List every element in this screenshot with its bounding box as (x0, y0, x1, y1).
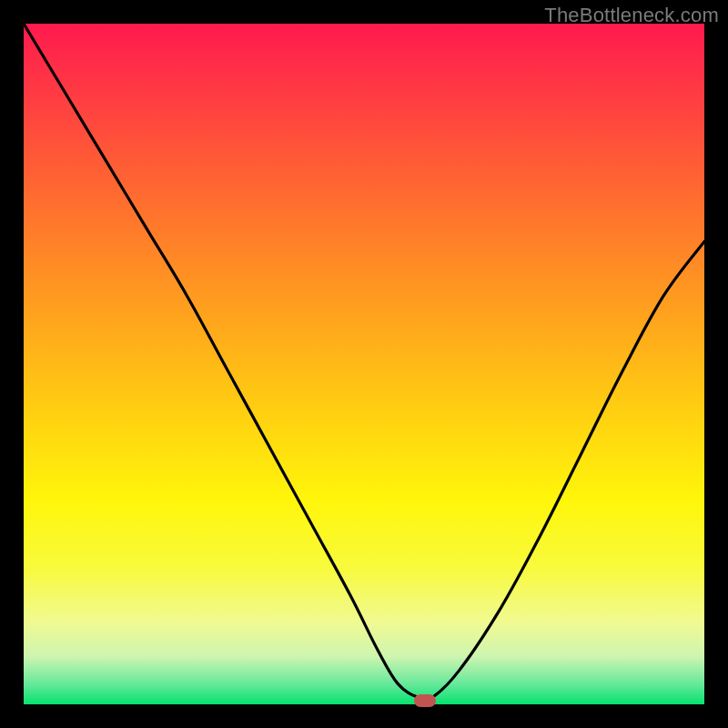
optimal-marker (414, 694, 436, 707)
plot-area (24, 24, 704, 704)
curve-svg (24, 24, 704, 704)
watermark-text: TheBottleneck.com (544, 4, 719, 27)
bottleneck-curve (24, 24, 704, 701)
chart-frame: TheBottleneck.com (0, 0, 728, 728)
